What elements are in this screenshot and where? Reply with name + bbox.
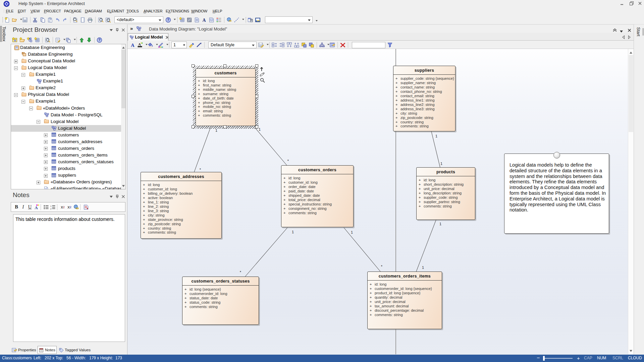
svg-text:?: ? [98,38,100,42]
svg-text:?: ? [167,18,169,22]
svg-text:A: A [138,42,141,46]
svg-text:A: A [131,43,135,48]
svg-text:A: A [202,17,206,22]
svg-text:1: 1 [50,205,52,207]
svg-text:2: 2 [50,207,52,209]
svg-text:A: A [35,205,38,210]
